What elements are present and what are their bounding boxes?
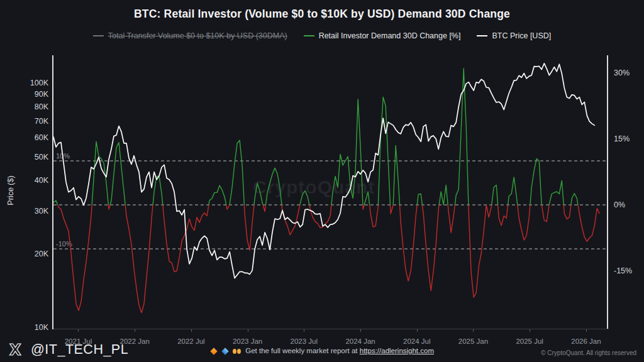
legend-label: BTC Price [USD] [492,31,551,40]
x-axis-tick: 2025 Jan [453,337,493,345]
chart-plot[interactable]: 10%-10% [53,55,608,329]
legend: Total Transfer Volume $0 to $10K by USD … [0,31,644,40]
legend-label: Retail Investor Demand 30D Change [%] [319,31,461,40]
left-axis-tick: 100K [9,79,48,88]
x-axis-tick-mark [135,329,135,332]
demand-line-negative [53,69,599,313]
x-axis-tick-mark [191,329,192,332]
legend-marker [304,35,314,36]
x-axis-tick: 2022 Jul [171,337,211,345]
x-axis-tick-mark [586,329,587,332]
page-title: BTC: Retail Investor (Volume $0 to $10K … [0,8,644,21]
x-axis-tick-mark [530,329,530,332]
x-axis-tick-mark [304,329,304,332]
blue-gem-emoji [221,348,228,354]
promo-link[interactable]: https://adlerinsight.com [360,347,434,354]
x-axis-tick-mark [473,329,474,332]
x-axis-tick: 2023 Jan [228,337,268,345]
promo-text: Get the full weekly market report at [245,347,357,354]
left-axis-tick: 70K [9,117,48,126]
legend-label: Total Transfer Volume $0 to $10K by USD … [108,31,287,40]
x-axis-tick: 2026 Jan [566,337,606,345]
orange-diamond-emoji [210,348,217,354]
left-axis-tick: 30K [9,207,48,216]
legend-item-2[interactable]: BTC Price [USD] [477,31,551,40]
left-axis-tick: 90K [9,90,48,99]
x-axis-tick: 2023 Jul [284,337,324,345]
demand-line-positive [53,69,599,313]
left-axis-tick: 10K [9,323,48,332]
x-axis-tick-mark [248,329,248,332]
left-axis-tick: 80K [9,102,48,112]
right-axis-tick: -15% [614,266,643,276]
x-axis-tick: 2025 Jul [509,337,550,345]
right-axis-tick: 30% [614,69,643,78]
chart-window: BTC: Retail Investor (Volume $0 to $10K … [0,0,644,362]
bottom-axis-line [53,329,609,329]
legend-marker [93,35,104,36]
right-axis-tick: 15% [614,134,643,144]
left-axis-tick: 20K [9,250,48,259]
x-axis-tick-mark [360,329,361,332]
legend-marker [477,35,487,36]
right-axis-tick: 0% [614,200,643,210]
left-axis-tick: 50K [9,153,48,162]
eyes-emoji [233,349,241,354]
x-axis-tick-mark [78,329,79,332]
legend-item-0[interactable]: Total Transfer Volume $0 to $10K by USD … [93,31,287,40]
x-axis-tick: 2024 Jul [397,337,437,345]
left-axis-tick: 60K [9,133,48,143]
btc-price-line [53,63,594,278]
copyright: © CryptoQuant. All rights reserved [541,349,636,356]
x-axis-tick: 2024 Jan [340,337,380,345]
left-axis-tick: 40K [9,176,48,185]
legend-item-1[interactable]: Retail Investor Demand 30D Change [%] [304,31,461,40]
x-axis-tick-mark [417,329,418,332]
